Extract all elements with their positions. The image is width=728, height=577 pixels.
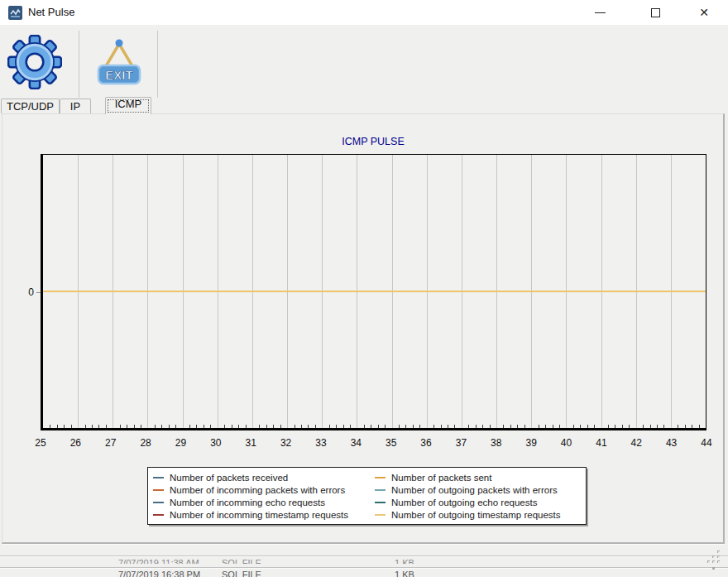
window-title: Net Pulse [28, 6, 74, 18]
legend-item: Number of outgoing timestamp requests [375, 508, 586, 521]
minor-tick [692, 425, 692, 428]
minor-tick [490, 425, 491, 428]
legend-line-marker [375, 514, 386, 516]
x-tick-label: 38 [491, 437, 501, 449]
legend-label: Number of incomming timestamp requests [170, 510, 348, 520]
minor-tick [161, 425, 162, 428]
close-button[interactable]: ✕ [685, 0, 723, 25]
minor-tick [295, 425, 295, 428]
legend-line-marker [375, 502, 386, 503]
legend-line-marker [153, 514, 164, 516]
minor-tick [273, 425, 274, 428]
y-axis-tick-label: 0 [21, 286, 34, 298]
exit-button[interactable]: EXIT [89, 33, 149, 91]
background-clipped-row: 7/07/2019 11:38 AM SQL FILE 1 KB [0, 558, 728, 564]
legend-column-right: Number of packets sentNumber of outgoing… [375, 471, 586, 521]
minor-tick [134, 425, 135, 428]
net-pulse-window: Net Pulse ✕ [0, 0, 728, 577]
minor-tick [685, 425, 686, 428]
legend-item: Number of incomming packets with errors [153, 483, 375, 496]
minor-tick [141, 425, 141, 428]
x-tick-label: 41 [596, 437, 606, 449]
x-tick-label: 27 [105, 437, 116, 449]
minor-tick [64, 425, 65, 428]
minor-tick [127, 425, 127, 428]
settings-button[interactable] [5, 33, 65, 91]
minor-tick [622, 425, 623, 428]
minor-tick [71, 425, 72, 428]
legend-label: Number of incomming packets with errors [170, 485, 345, 495]
minor-tick [476, 425, 477, 428]
minor-tick [663, 425, 664, 428]
legend-item: Number of outgoing echo requests [375, 496, 586, 508]
title-bar: Net Pulse ✕ [0, 0, 728, 25]
minor-tick [315, 425, 316, 428]
minor-tick [266, 425, 267, 428]
minimize-button[interactable] [581, 0, 619, 25]
x-tick-label: 32 [280, 437, 291, 449]
toolbar-separator [79, 31, 79, 98]
clipped-text: SQL FILE [222, 570, 261, 577]
legend-item: Number of packets received [153, 471, 375, 483]
x-tick-label: 40 [561, 437, 572, 449]
minor-tick [678, 425, 678, 428]
minor-tick [155, 425, 156, 428]
x-tick-label: 37 [456, 437, 467, 449]
minor-tick [50, 425, 50, 428]
minor-tick [419, 425, 420, 428]
minor-tick [224, 425, 225, 428]
minor-tick [343, 425, 344, 428]
minor-tick [308, 425, 309, 428]
resize-grip[interactable] [705, 550, 723, 570]
minor-tick [246, 425, 247, 428]
x-axis-tick-labels: 2526272829303132333435363738394041424344 [41, 437, 706, 450]
x-tick-label: 34 [351, 437, 362, 449]
minor-tick [441, 425, 442, 428]
minor-tick [232, 425, 232, 428]
legend-label: Number of outgoing echo requests [391, 498, 537, 507]
x-tick-label: 29 [175, 437, 186, 449]
minor-tick [169, 425, 170, 428]
toolbar-separator [157, 31, 158, 98]
maximize-icon [651, 8, 660, 17]
minor-tick [559, 425, 560, 428]
minor-tick [106, 425, 107, 428]
minor-tick [503, 425, 504, 428]
minor-tick [573, 425, 574, 428]
x-tick-label: 36 [420, 437, 431, 449]
chart-title: ICMP PULSE [41, 136, 706, 147]
minor-tick [510, 425, 511, 428]
minor-tick [189, 425, 190, 428]
y-axis-tick-mark [36, 292, 41, 293]
zero-value-line [43, 291, 706, 292]
background-clipped-row: 7/07/2019 16:38 PM SQL FILE 1 KB [0, 570, 728, 577]
legend-line-marker [153, 502, 164, 503]
legend-item: Number of incomming timestamp requests [153, 508, 375, 521]
maximize-button[interactable] [636, 0, 674, 25]
minor-tick [615, 425, 615, 428]
icmp-tab-page: ICMP PULSE 0 252627282930313233343536373… [2, 113, 725, 544]
minor-tick [210, 425, 211, 428]
legend-line-marker [375, 477, 386, 478]
minor-tick [120, 425, 121, 428]
x-tick-label: 33 [315, 437, 326, 449]
x-tick-label: 35 [386, 437, 396, 449]
minor-tick [259, 425, 260, 428]
legend-item: Number of outgoing packets with errors [375, 483, 586, 496]
minor-tick [587, 425, 588, 428]
x-tick-label: 28 [140, 437, 151, 449]
tab-tcp-udp[interactable]: TCP/UDP [1, 99, 60, 113]
legend-label: Number of outgoing timestamp requests [391, 510, 561, 520]
minor-tick [413, 425, 414, 428]
minor-tick [371, 425, 371, 428]
minor-tick [405, 425, 406, 428]
tab-icmp[interactable]: ICMP [105, 97, 151, 114]
tab-ip[interactable]: IP [60, 99, 91, 113]
x-tick-label: 44 [701, 437, 711, 449]
exit-sign-icon: EXIT [93, 36, 145, 89]
minor-tick [196, 425, 197, 428]
minimize-icon [595, 12, 606, 13]
legend-item: Number of incomming echo requests [153, 496, 375, 508]
minor-tick [301, 425, 302, 428]
clipped-text: 7/07/2019 11:38 AM [118, 558, 199, 564]
